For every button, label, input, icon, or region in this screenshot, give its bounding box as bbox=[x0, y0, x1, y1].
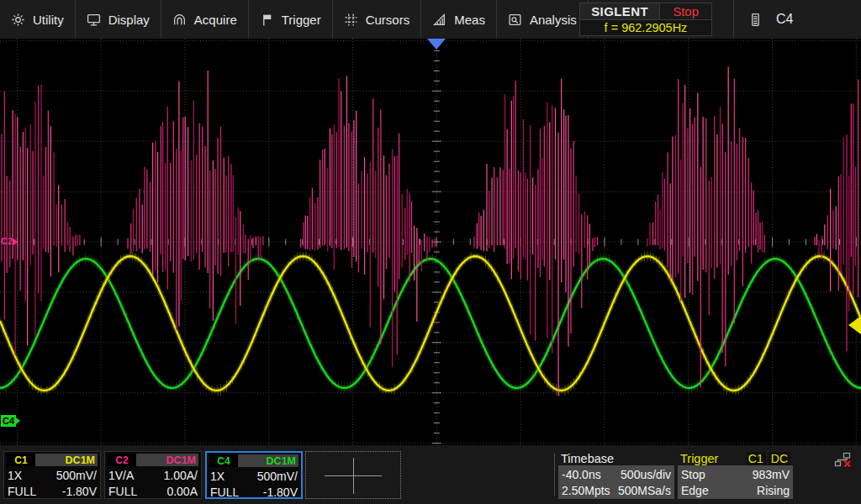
menu-item-analysis[interactable]: Analysis bbox=[497, 0, 589, 39]
trigger-position-marker[interactable] bbox=[427, 39, 446, 50]
lan-disconnected-icon[interactable] bbox=[833, 452, 853, 470]
cursors-hash-icon bbox=[344, 13, 358, 27]
timebase-delay: -40.0ns bbox=[562, 468, 601, 481]
coupling-label: DC1M bbox=[238, 454, 298, 467]
menu-item-label: Utility bbox=[33, 13, 64, 27]
vertical-scale: 1.00A/ bbox=[164, 469, 198, 482]
vertical-offset: -1.80V bbox=[62, 485, 97, 498]
bandwidth-limit: FULL bbox=[8, 485, 36, 498]
trigger-source: C1 bbox=[746, 452, 766, 465]
probe-attenuation: 1X bbox=[8, 469, 22, 482]
c4-zero-level-marker[interactable]: C4 bbox=[1, 415, 20, 427]
trigger-level-marker[interactable] bbox=[848, 316, 861, 334]
status-bar: C1 DC1M 1X 500mV/ FULL -1.80V C2 DC1M 1V… bbox=[0, 445, 861, 504]
clipboard-icon bbox=[748, 13, 763, 27]
timebase-title: Timebase bbox=[561, 452, 614, 465]
trigger-frequency-readout: f = 962.2905Hz bbox=[580, 20, 711, 36]
channel-box-c4[interactable]: C4 DC1M 1X 500mV/ FULL -1.80V bbox=[205, 451, 303, 499]
menu-item-meas[interactable]: Meas bbox=[421, 0, 497, 39]
menu-item-display[interactable]: Display bbox=[76, 0, 161, 39]
analysis-magnifier-icon bbox=[508, 13, 522, 27]
monitor-icon bbox=[87, 13, 101, 27]
menu-item-label: Meas bbox=[454, 13, 485, 27]
menu-item-cursors[interactable]: Cursors bbox=[333, 0, 422, 39]
channel-menu-button[interactable]: C4 bbox=[733, 0, 861, 39]
channel-box-c1[interactable]: C1 DC1M 1X 500mV/ FULL -1.80V bbox=[3, 451, 101, 499]
brand-status-box: SIGLENT Stop f = 962.2905Hz bbox=[579, 3, 712, 36]
right-triangle-icon bbox=[16, 417, 20, 424]
vertical-offset: -1.80V bbox=[263, 486, 298, 499]
gear-icon bbox=[11, 13, 25, 27]
timebase-panel[interactable]: Timebase -40.0ns 500us/div 2.50Mpts 500M… bbox=[558, 451, 674, 499]
menu-item-acquire[interactable]: Acquire bbox=[161, 0, 249, 39]
c2-zero-level-marker[interactable]: C2 bbox=[1, 236, 18, 247]
ruler-triangle-icon bbox=[432, 13, 446, 27]
menu-item-label: Trigger bbox=[282, 13, 321, 27]
menu-bar: Utility Display Acquire Trigger Cursors bbox=[0, 0, 861, 39]
memory-depth: 2.50Mpts bbox=[562, 484, 610, 497]
vertical-offset: 0.00A bbox=[166, 485, 198, 498]
oscilloscope-screen: { "menubar": { "items": [ {"label": "Uti… bbox=[0, 0, 861, 504]
probe-attenuation: 1X bbox=[210, 470, 224, 483]
coupling-label: DC1M bbox=[136, 454, 198, 466]
channel-chip: C4 bbox=[209, 454, 238, 467]
channel-chip: C1 bbox=[7, 454, 35, 466]
trigger-type: Edge bbox=[681, 484, 709, 497]
acquisition-status[interactable]: Stop bbox=[659, 3, 711, 19]
waveform-display: C2 C4 bbox=[0, 39, 861, 445]
sample-rate: 500MSa/s bbox=[618, 484, 671, 497]
trigger-title: Trigger bbox=[680, 452, 718, 465]
channel-chip: C2 bbox=[108, 454, 136, 466]
flag-icon bbox=[260, 13, 274, 27]
vertical-scale: 500mV/ bbox=[257, 470, 298, 483]
bandwidth-limit: FULL bbox=[210, 486, 239, 499]
divider bbox=[554, 454, 555, 496]
acquire-arch-icon bbox=[172, 13, 187, 27]
empty-channel-slot[interactable] bbox=[305, 451, 401, 499]
coupling-label: DC1M bbox=[35, 454, 98, 466]
vertical-scale: 500mV/ bbox=[56, 469, 97, 482]
siglent-logo: SIGLENT bbox=[580, 3, 659, 19]
menu-item-label: Analysis bbox=[530, 13, 577, 27]
menu-item-label: Display bbox=[108, 13, 150, 27]
trigger-panel[interactable]: Trigger C1 DC Stop 983mV Edge Rising bbox=[678, 451, 793, 499]
trigger-status: Stop bbox=[681, 468, 705, 481]
probe-attenuation: 1V/A bbox=[108, 469, 134, 482]
timebase-scale: 500us/div bbox=[621, 468, 671, 481]
bandwidth-limit: FULL bbox=[108, 485, 137, 498]
menu-item-utility[interactable]: Utility bbox=[0, 0, 76, 39]
menu-item-label: Acquire bbox=[194, 13, 237, 27]
menu-item-trigger[interactable]: Trigger bbox=[249, 0, 333, 39]
channel-box-c2[interactable]: C2 DC1M 1V/A 1.00A/ FULL 0.00A bbox=[104, 451, 202, 499]
channel-menu-label: C4 bbox=[776, 12, 793, 27]
waveform-plot bbox=[0, 39, 861, 445]
menu-item-label: Cursors bbox=[366, 13, 410, 27]
trigger-level: 983mV bbox=[753, 468, 790, 481]
trigger-slope: Rising bbox=[757, 484, 790, 497]
right-triangle-icon bbox=[13, 239, 18, 245]
trigger-coupling: DC bbox=[769, 452, 790, 465]
